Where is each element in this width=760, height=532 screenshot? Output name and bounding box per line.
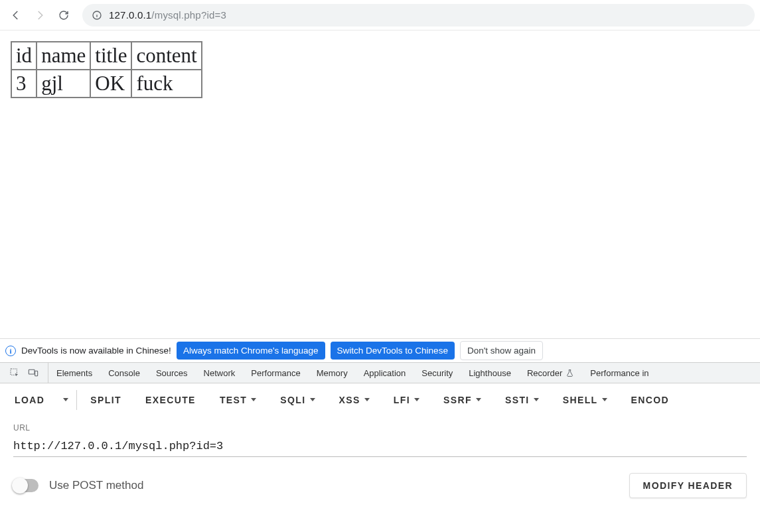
chevron-down-icon	[602, 398, 607, 401]
tab-performance-insights[interactable]: Performance in	[582, 363, 656, 383]
url-input[interactable]	[13, 438, 747, 457]
info-icon: i	[5, 346, 16, 356]
th-content: content	[131, 42, 201, 70]
chevron-down-icon	[63, 398, 68, 401]
tab-lighthouse[interactable]: Lighthouse	[461, 363, 519, 383]
th-id: id	[11, 42, 37, 70]
ssti-dropdown[interactable]: SSTI	[493, 383, 551, 416]
execute-button[interactable]: EXECUTE	[133, 383, 208, 416]
td-content: fuck	[131, 70, 201, 98]
tab-console[interactable]: Console	[100, 363, 148, 383]
switch-devtools-language-button[interactable]: Switch DevTools to Chinese	[331, 342, 455, 360]
tab-elements[interactable]: Elements	[48, 363, 100, 383]
beaker-icon	[566, 369, 574, 377]
chevron-down-icon	[534, 398, 539, 401]
use-post-label: Use POST method	[49, 479, 143, 492]
tab-sources[interactable]: Sources	[148, 363, 196, 383]
omnibox-url: 127.0.0.1/mysql.php?id=3	[109, 9, 226, 21]
split-button[interactable]: SPLIT	[78, 383, 133, 416]
chevron-down-icon	[364, 398, 370, 401]
th-name: name	[37, 42, 90, 70]
devtools-left-icons	[0, 363, 48, 383]
tab-performance[interactable]: Performance	[243, 363, 308, 383]
post-method-row: Use POST method	[13, 479, 143, 492]
arrow-left-icon	[10, 9, 22, 21]
reload-button[interactable]	[53, 5, 74, 26]
shell-dropdown[interactable]: SHELL	[551, 383, 619, 416]
svg-rect-4	[29, 369, 35, 374]
table-header-row: id name title content	[11, 42, 202, 70]
devtools-tabstrip: Elements Console Sources Network Perform…	[0, 362, 760, 383]
arrow-right-icon	[34, 9, 46, 21]
td-name: gjl	[37, 70, 90, 98]
result-table: id name title content 3 gjl OK fuck	[11, 41, 202, 98]
load-button[interactable]: LOAD	[3, 383, 56, 416]
address-bar[interactable]: 127.0.0.1/mysql.php?id=3	[82, 4, 755, 27]
always-match-language-button[interactable]: Always match Chrome's language	[177, 342, 325, 360]
tab-security[interactable]: Security	[414, 363, 461, 383]
url-label: URL	[13, 423, 747, 432]
encoding-dropdown[interactable]: ENCOD	[619, 383, 682, 416]
chevron-down-icon	[476, 398, 481, 401]
table-row: 3 gjl OK fuck	[11, 70, 202, 98]
svg-rect-5	[35, 371, 38, 375]
tab-network[interactable]: Network	[196, 363, 244, 383]
tab-application[interactable]: Application	[356, 363, 414, 383]
chevron-down-icon	[310, 398, 315, 401]
xss-dropdown[interactable]: XSS	[327, 383, 382, 416]
inspect-element-icon[interactable]	[9, 367, 20, 378]
tab-recorder[interactable]: Recorder	[519, 363, 582, 383]
reload-icon	[58, 9, 70, 21]
back-button[interactable]	[5, 5, 27, 26]
th-title: title	[90, 42, 131, 70]
info-site-icon	[92, 10, 102, 21]
separator	[76, 390, 77, 410]
page-content: id name title content 3 gjl OK fuck	[0, 31, 760, 338]
omnibox-url-host: 127.0.0.1	[109, 9, 151, 21]
hackbar-bottom-row: Use POST method MODIFY HEADER	[0, 461, 760, 498]
test-dropdown[interactable]: TEST	[208, 383, 268, 416]
hackbar-url-area: URL	[0, 417, 760, 461]
td-id: 3	[11, 70, 37, 98]
dont-show-again-button[interactable]: Don't show again	[460, 341, 543, 360]
use-post-toggle[interactable]	[13, 479, 38, 492]
omnibox-url-path: /mysql.php?id=3	[151, 9, 226, 21]
chevron-down-icon	[414, 398, 419, 401]
devtools-language-infobar: i DevTools is now available in Chinese! …	[0, 338, 760, 362]
sqli-dropdown[interactable]: SQLI	[268, 383, 327, 416]
ssrf-dropdown[interactable]: SSRF	[431, 383, 493, 416]
browser-toolbar: 127.0.0.1/mysql.php?id=3	[0, 0, 760, 31]
infobar-message: DevTools is now available in Chinese!	[21, 346, 171, 356]
load-dropdown[interactable]	[56, 383, 75, 416]
td-title: OK	[90, 70, 131, 98]
tab-memory[interactable]: Memory	[309, 363, 356, 383]
hackbar-toolbar: LOAD SPLIT EXECUTE TEST SQLI XSS LFI SSR…	[0, 383, 760, 417]
modify-header-button[interactable]: MODIFY HEADER	[629, 473, 747, 498]
device-toolbar-icon[interactable]	[28, 367, 38, 378]
hackbar-panel: LOAD SPLIT EXECUTE TEST SQLI XSS LFI SSR…	[0, 383, 760, 498]
lfi-dropdown[interactable]: LFI	[382, 383, 431, 416]
chevron-down-icon	[251, 398, 256, 401]
forward-button[interactable]	[29, 5, 50, 26]
